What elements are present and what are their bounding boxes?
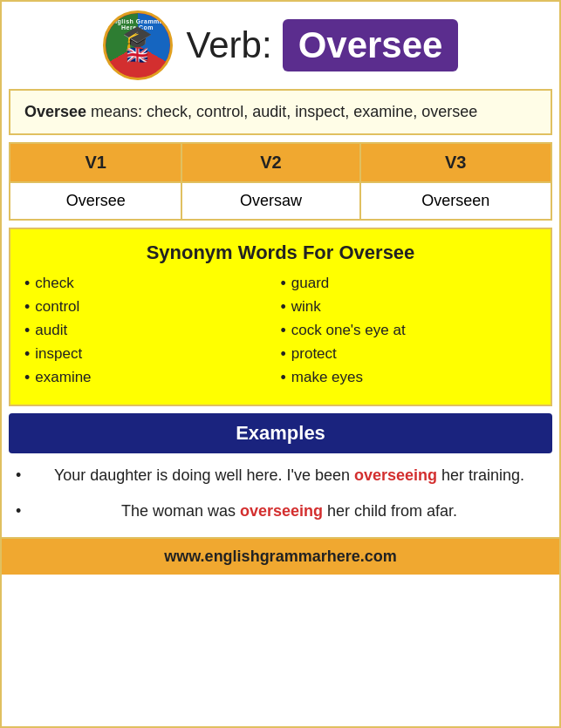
synonym-col-2: guard wink cock one's eye at protect mak… [281, 275, 537, 392]
table-header-v3: V3 [360, 143, 551, 182]
footer: www.englishgrammarhere.com [2, 537, 559, 575]
list-item: inspect [24, 345, 281, 364]
example-1-after: her training. [437, 466, 524, 484]
synonym-title: Synonym Words For Oversee [24, 242, 537, 264]
synonym-section: Synonym Words For Oversee check control … [9, 228, 552, 406]
examples-list: Your daughter is doing well here. I've b… [16, 464, 545, 523]
example-1-highlight: overseeing [354, 466, 437, 484]
list-item: control [24, 298, 281, 316]
footer-url: www.englishgrammarhere.com [164, 548, 396, 565]
verb-table: V1 V2 V3 Oversee Oversaw Overseen [9, 142, 552, 221]
table-cell-v1: Oversee [10, 182, 181, 220]
logo: English GrammarHere.Com 🎓 🇬🇧 [103, 10, 173, 80]
table-header-v2: V2 [181, 143, 359, 182]
list-item: audit [24, 322, 281, 340]
examples-header: Examples [9, 413, 552, 453]
example-item-1: Your daughter is doing well here. I've b… [16, 464, 545, 487]
verb-word: Oversee [283, 19, 459, 71]
list-item: check [24, 275, 281, 293]
means-section: Oversee means: check, control, audit, in… [9, 89, 552, 135]
table-cell-v3: Overseen [360, 182, 551, 220]
table-row: Oversee Oversaw Overseen [10, 182, 551, 220]
list-item: cock one's eye at [281, 322, 537, 340]
synonym-columns: check control audit inspect examine guar… [24, 275, 537, 392]
synonym-col-1: check control audit inspect examine [24, 275, 281, 392]
list-item: guard [281, 275, 537, 293]
table-header-v1: V1 [10, 143, 181, 182]
list-item: examine [24, 369, 281, 387]
table-cell-v2: Oversaw [181, 182, 359, 220]
verb-label: Verb: [187, 24, 272, 66]
logo-flag-icon: 🇬🇧 [127, 44, 148, 65]
logo-inner: English GrammarHere.Com 🎓 🇬🇧 [106, 13, 170, 78]
synonym-title-start: Synonym Words For [147, 242, 339, 263]
list-item: make eyes [281, 369, 537, 387]
example-item-2: The woman was overseeing her child from … [16, 500, 545, 523]
example-1-before: Your daughter is doing well here. I've b… [54, 466, 354, 484]
example-2-before: The woman was [121, 502, 240, 520]
header: English GrammarHere.Com 🎓 🇬🇧 Verb: Overs… [2, 2, 559, 89]
means-word: Oversee [24, 103, 86, 120]
example-2-highlight: overseeing [240, 502, 323, 520]
example-2-after: her child from afar. [323, 502, 457, 520]
list-item: protect [281, 345, 537, 364]
list-item: wink [281, 298, 537, 316]
means-text: means: check, control, audit, inspect, e… [86, 103, 477, 120]
synonym-title-word: Oversee [339, 242, 414, 263]
